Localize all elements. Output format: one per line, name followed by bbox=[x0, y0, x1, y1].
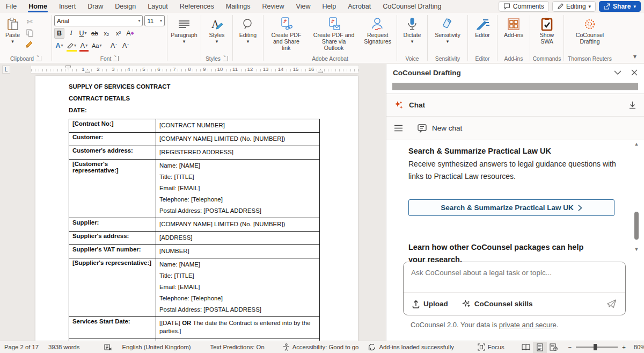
zoom-slider[interactable] bbox=[576, 347, 618, 348]
doc-title-1: SUPPLY OF SERVICES CONTRACT bbox=[69, 83, 358, 90]
strikethrough-button[interactable]: ab bbox=[90, 28, 100, 39]
request-signatures-button[interactable]: Request Signatures bbox=[361, 15, 394, 45]
pdf-link-icon bbox=[279, 17, 294, 32]
page-indicator[interactable]: Page 2 of 17 bbox=[0, 341, 43, 353]
create-pdf-share-outlook-button[interactable]: Create PDF and Share via Outlook bbox=[309, 15, 359, 51]
clear-formatting-button[interactable]: A◆ bbox=[125, 28, 135, 39]
zoom-out-button[interactable]: − bbox=[561, 341, 573, 353]
superscript-button[interactable]: x² bbox=[113, 28, 123, 39]
bold-button[interactable]: B bbox=[54, 28, 64, 39]
grow-font-button[interactable]: Aˆ bbox=[109, 40, 119, 51]
paste-button[interactable]: Paste ▾ bbox=[2, 15, 23, 45]
copy-button[interactable] bbox=[24, 28, 35, 38]
magnifier-icon bbox=[242, 17, 254, 32]
create-pdf-share-link-button[interactable]: Create PDF and Share link bbox=[266, 15, 307, 51]
tab-mailings[interactable]: Mailings bbox=[220, 0, 257, 13]
format-painter-button[interactable] bbox=[24, 39, 35, 49]
editing-mode-dropdown[interactable]: Editing ▾ bbox=[552, 1, 596, 12]
table-row: [Contract No:][CONTRACT NUMBER] bbox=[69, 119, 320, 133]
search-summarize-practical-law-button[interactable]: Search & Summarize Practical Law UK bbox=[408, 199, 614, 216]
add-ins-button[interactable]: Add-ins bbox=[501, 15, 526, 38]
tab-draw[interactable]: Draw bbox=[82, 0, 109, 13]
upload-button[interactable]: Upload bbox=[412, 300, 448, 308]
privacy-link[interactable]: private and secure bbox=[499, 321, 557, 329]
dock-bottom-icon[interactable] bbox=[628, 101, 636, 110]
font-dialog-launcher[interactable] bbox=[113, 56, 119, 61]
editor-button[interactable]: Editor bbox=[472, 15, 493, 38]
send-button[interactable] bbox=[606, 299, 617, 308]
accessibility-icon bbox=[283, 343, 290, 351]
tab-review[interactable]: Review bbox=[257, 0, 290, 13]
tab-references[interactable]: References bbox=[174, 0, 220, 13]
text-predictions-status[interactable]: Text Predictions: On bbox=[206, 341, 269, 353]
tab-file[interactable]: File bbox=[0, 0, 23, 13]
read-mode-button[interactable] bbox=[519, 342, 533, 353]
show-swa-button[interactable]: Show SWA bbox=[537, 15, 558, 45]
scroll-up-arrow[interactable]: ▲ bbox=[633, 142, 640, 147]
chevron-down-icon: ▾ bbox=[589, 4, 591, 9]
focus-button[interactable]: Focus bbox=[473, 341, 509, 353]
sensitivity-button[interactable]: Sensitivity ▾ bbox=[431, 15, 464, 45]
ruler-number: 8 bbox=[186, 66, 193, 72]
panel-collapse-chevron[interactable] bbox=[614, 70, 621, 75]
cut-button[interactable]: ✄ bbox=[24, 17, 35, 26]
dictate-button[interactable]: Dictate ▾ bbox=[400, 15, 425, 45]
tab-home[interactable]: Home bbox=[23, 0, 53, 13]
font-group-label: Font bbox=[100, 56, 112, 62]
scrollbar-thumb[interactable] bbox=[634, 212, 639, 240]
ruler-number: 15 bbox=[292, 66, 299, 72]
editing-menu-button[interactable]: Editing ▾ bbox=[236, 15, 260, 45]
font-name-combobox[interactable]: Arial▾ bbox=[54, 15, 143, 26]
paragraph-menu-button[interactable]: Paragraph ▾ bbox=[167, 15, 200, 45]
tab-stop-selector[interactable]: L bbox=[2, 66, 10, 74]
tab-layout[interactable]: Layout bbox=[142, 0, 174, 13]
subscript-button[interactable]: x₂ bbox=[101, 28, 112, 39]
styles-dialog-launcher[interactable] bbox=[223, 56, 228, 61]
add-ins-grid-icon bbox=[507, 17, 520, 32]
menu-hamburger-icon[interactable] bbox=[394, 125, 403, 132]
panel-scrollbar[interactable]: ▲ ▼ bbox=[633, 142, 640, 252]
print-layout-button[interactable] bbox=[533, 342, 547, 353]
chat-input[interactable] bbox=[404, 262, 625, 292]
clipboard-dialog-launcher[interactable] bbox=[36, 56, 41, 61]
font-size-combobox[interactable]: 11▾ bbox=[144, 15, 165, 26]
highlight-color-button[interactable]: ▾ bbox=[66, 40, 77, 51]
word-count[interactable]: 3938 words bbox=[43, 341, 84, 353]
comments-button[interactable]: Comments bbox=[499, 1, 549, 12]
share-button[interactable]: Share ▾ bbox=[599, 1, 641, 12]
zoom-level[interactable]: 80% bbox=[629, 341, 644, 353]
table-row: [Supplier's representative:] Name: [NAME… bbox=[69, 258, 320, 317]
collapse-ribbon-chevron[interactable]: ▾ bbox=[633, 51, 636, 61]
tab-cocounsel-drafting[interactable]: CoCounsel Drafting bbox=[377, 0, 447, 13]
panel-close-icon[interactable] bbox=[631, 69, 638, 76]
language-status[interactable]: English (United Kingdom) bbox=[117, 341, 195, 353]
table-row: Supplier's VAT number:[NUMBER] bbox=[69, 245, 320, 258]
tab-design[interactable]: Design bbox=[109, 0, 142, 13]
cocounsel-drafting-ribbon-button[interactable]: CoCounsel Drafting bbox=[573, 15, 607, 45]
new-chat-label[interactable]: New chat bbox=[432, 124, 462, 132]
accessibility-status[interactable]: Accessibility: Good to go bbox=[278, 341, 364, 353]
status-bar: Page 2 of 17 3938 words English (United … bbox=[0, 341, 644, 353]
shrink-font-button[interactable]: Aˇ bbox=[121, 40, 131, 51]
styles-menu-button[interactable]: A Styles ▾ bbox=[206, 15, 228, 45]
scroll-down-arrow[interactable]: ▼ bbox=[633, 247, 640, 252]
tab-acrobat[interactable]: Acrobat bbox=[342, 0, 377, 13]
addins-loaded-status[interactable]: Add-ins loaded successfully bbox=[363, 341, 458, 353]
tab-view[interactable]: View bbox=[290, 0, 317, 13]
font-color-button[interactable]: A▾ bbox=[79, 40, 89, 51]
zoom-in-button[interactable]: + bbox=[621, 341, 629, 353]
change-case-button[interactable]: Aa▾ bbox=[91, 40, 103, 51]
web-layout-button[interactable] bbox=[547, 342, 561, 353]
tab-insert[interactable]: Insert bbox=[53, 0, 82, 13]
text-effects-button[interactable]: A▾ bbox=[54, 40, 64, 51]
italic-button[interactable]: I bbox=[66, 28, 76, 39]
ruler-number: 16 bbox=[308, 66, 314, 72]
new-chat-bubble-icon[interactable] bbox=[418, 124, 427, 133]
cocounsel-skills-button[interactable]: CoCounsel skills bbox=[462, 300, 533, 308]
zoom-slider-thumb[interactable] bbox=[594, 344, 597, 350]
document-page[interactable]: SUPPLY OF SERVICES CONTRACT CONTRACT DET… bbox=[35, 76, 358, 341]
underline-button[interactable]: U▾ bbox=[78, 28, 88, 39]
horizontal-ruler[interactable]: 1 2 3 4 5 6 7 8 9 10 11 12 13 14 15 16 bbox=[31, 65, 359, 74]
spellcheck-status[interactable] bbox=[99, 341, 117, 353]
tab-help[interactable]: Help bbox=[316, 0, 342, 13]
